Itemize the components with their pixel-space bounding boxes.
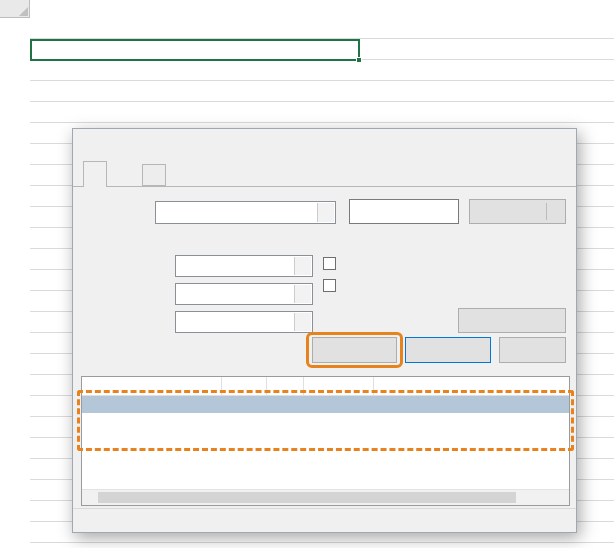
results-table [81, 376, 570, 506]
format-chevron-down-icon[interactable] [547, 200, 565, 223]
result-sheet [222, 413, 267, 430]
result-row-3[interactable] [82, 430, 569, 447]
help-button[interactable] [508, 130, 538, 158]
find-input-value [161, 202, 315, 223]
tab-replace[interactable] [142, 164, 166, 186]
dialog-status-bar [73, 508, 576, 532]
scroll-right-icon[interactable] [553, 490, 569, 505]
format-button[interactable] [469, 199, 566, 224]
dialog-titlebar[interactable] [73, 129, 576, 159]
cell-selection-border [30, 39, 360, 61]
result-cell [304, 396, 374, 413]
result-book [82, 413, 222, 430]
result-book [82, 430, 222, 447]
result-value [374, 396, 569, 413]
close-dialog-button[interactable] [499, 337, 566, 363]
look-in-select[interactable] [175, 311, 313, 333]
options-toggle-button[interactable] [458, 308, 566, 333]
result-value [374, 430, 569, 447]
results-header-row [82, 377, 569, 396]
close-icon[interactable] [542, 130, 572, 158]
chevron-down-icon[interactable] [294, 257, 311, 275]
results-header-book[interactable] [82, 377, 222, 395]
match-case-checkbox[interactable] [323, 257, 336, 270]
find-replace-dialog [72, 128, 577, 533]
tab-find[interactable] [83, 161, 107, 187]
horizontal-scrollbar[interactable] [82, 489, 569, 505]
browse-by-select[interactable] [175, 283, 313, 305]
result-cell [304, 413, 374, 430]
result-sheet [222, 430, 267, 447]
scrollbar-thumb[interactable] [98, 492, 516, 503]
results-header-sheet[interactable] [222, 377, 267, 395]
result-sheet [222, 396, 267, 413]
search-within-value [181, 256, 292, 276]
results-header-value[interactable] [374, 377, 569, 395]
find-all-button[interactable] [312, 337, 397, 363]
excel-window [0, 0, 614, 548]
find-input[interactable] [155, 201, 336, 224]
result-row-2[interactable] [82, 413, 569, 430]
chevron-down-icon[interactable] [294, 313, 311, 331]
chevron-down-icon[interactable] [294, 285, 311, 303]
results-header-name[interactable] [267, 377, 304, 395]
fill-handle[interactable] [356, 57, 362, 63]
tab-strip-divider [73, 186, 576, 187]
result-row-1[interactable] [82, 396, 569, 413]
chevron-down-icon[interactable] [317, 203, 334, 222]
browse-by-value [181, 284, 292, 304]
result-book [82, 396, 222, 413]
result-name [267, 430, 304, 447]
result-cell [304, 430, 374, 447]
results-header-cell[interactable] [304, 377, 374, 395]
result-name [267, 396, 304, 413]
format-preview-button[interactable] [349, 199, 459, 224]
select-all-icon [19, 7, 28, 16]
search-within-select[interactable] [175, 255, 313, 277]
look-in-value [181, 312, 292, 332]
find-next-button[interactable] [405, 337, 491, 363]
result-value [374, 413, 569, 430]
entire-cell-checkbox[interactable] [323, 279, 336, 292]
scroll-left-icon[interactable] [82, 490, 98, 505]
result-name [267, 413, 304, 430]
select-all-corner[interactable] [0, 0, 30, 18]
